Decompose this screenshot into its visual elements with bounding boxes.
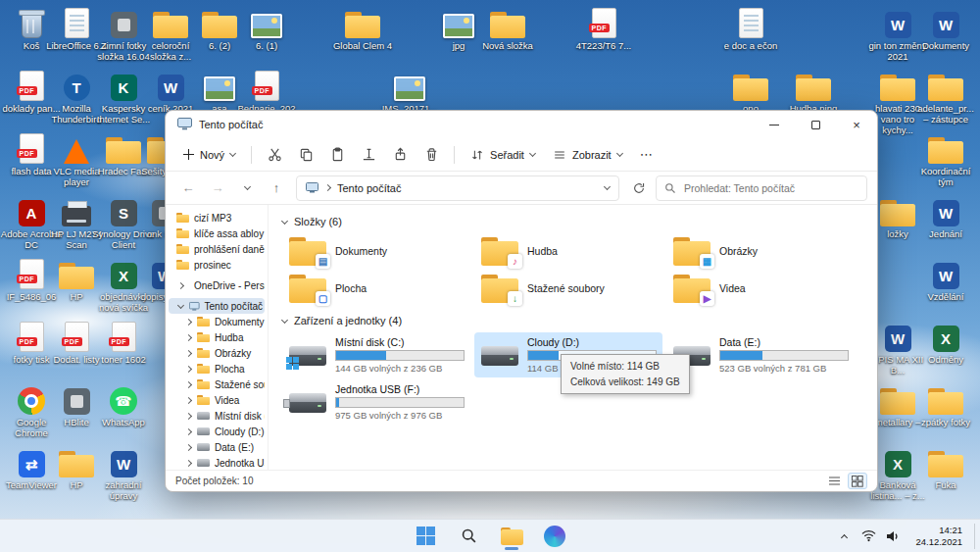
new-button[interactable]: Nový	[175, 144, 243, 166]
network-icon[interactable]	[858, 524, 879, 549]
desktop-icon[interactable]: Koordinační tým	[914, 131, 977, 188]
folder-tile[interactable]: ↓Stažené soubory	[474, 271, 662, 306]
folder-tile[interactable]: ▦Obrázky	[666, 233, 855, 269]
folders-group-header[interactable]: Složky (6)	[282, 213, 863, 230]
sidebar-item[interactable]: Cloudy (D:)	[169, 424, 265, 439]
sidebar-item-quick[interactable]: cizí MP3	[169, 210, 265, 226]
chevron-right-icon[interactable]	[184, 427, 191, 434]
desktop-icon[interactable]: Jednání	[914, 194, 977, 240]
copy-button[interactable]	[291, 142, 320, 168]
rename-button[interactable]	[354, 142, 383, 168]
desktop-icon[interactable]: WhatsApp	[92, 382, 155, 428]
desktop-icon-label: zahradní úpravy	[92, 480, 155, 502]
desktop-icon[interactable]: Fuka	[914, 445, 977, 491]
desktop-icon[interactable]: ono	[719, 69, 782, 115]
drive-tile[interactable]: Data (E:)523 GB volných z 781 GB	[666, 332, 855, 377]
devices-group-header[interactable]: Zařízení a jednotky (4)	[282, 312, 863, 329]
sidebar-item-this-pc[interactable]: Tento počítač	[169, 298, 265, 314]
chevron-right-icon[interactable]	[184, 443, 191, 450]
sidebar-item[interactable]: Hudba	[169, 329, 265, 345]
desktop-icon[interactable]: zahradní úpravy	[92, 445, 155, 502]
details-view-button[interactable]	[824, 473, 844, 489]
sidebar-item[interactable]: Videa	[169, 392, 265, 408]
sidebar-item[interactable]: Jednotka USB (F:)	[169, 455, 265, 470]
desktop-icon[interactable]: Dokumenty	[914, 6, 977, 52]
folder-tile[interactable]: ▤Dokumenty	[282, 233, 470, 269]
paste-button[interactable]	[322, 142, 352, 168]
refresh-button[interactable]	[626, 176, 652, 201]
share-button[interactable]	[385, 142, 415, 168]
folder-tile[interactable]: ▶Videa	[666, 271, 855, 306]
chevron-down-icon[interactable]	[176, 301, 183, 308]
tray-expand-button[interactable]	[833, 524, 855, 549]
up-button[interactable]: ↑	[264, 176, 289, 201]
chevron-right-icon[interactable]	[184, 365, 191, 372]
drive-capacity: 523 GB volných z 781 GB	[719, 363, 848, 374]
desktop-icon[interactable]: Odměny	[914, 320, 977, 366]
desktop-icon[interactable]: Global Clem 4	[331, 6, 394, 52]
maximize-button[interactable]	[795, 111, 836, 138]
word-icon	[92, 445, 155, 477]
desktop-icon[interactable]: Nová složka	[476, 6, 539, 52]
sidebar-item-onedrive[interactable]: OneDrive - Person	[169, 277, 265, 293]
taskbar-clock[interactable]: 14:21 24.12.2021	[906, 525, 971, 548]
recent-locations-button[interactable]	[234, 176, 260, 201]
sidebar-item[interactable]: Dokumenty	[169, 314, 265, 329]
sidebar-item[interactable]: Stažené soubory	[169, 376, 265, 392]
folder-tile[interactable]: ▢Plocha	[282, 271, 470, 306]
desktop-icon[interactable]: toner 1602	[92, 320, 155, 366]
minimize-button[interactable]	[754, 111, 795, 138]
back-button[interactable]: ←	[175, 176, 201, 201]
sidebar-item[interactable]: Obrázky	[169, 345, 265, 361]
sidebar-item-quick[interactable]: prosinec	[169, 257, 265, 273]
sidebar-item-label: Stažené soubory	[215, 379, 265, 390]
sidebar-item[interactable]: Data (E:)	[169, 439, 265, 455]
view-button[interactable]: Zobrazit	[545, 143, 630, 167]
address-bar[interactable]: Tento počítač	[296, 176, 619, 201]
large-icons-view-button[interactable]	[848, 473, 867, 489]
chevron-right-icon[interactable]	[184, 412, 191, 419]
sidebar-item[interactable]: Plocha	[169, 361, 265, 376]
desktop-icon[interactable]: e doc a ečon	[719, 6, 782, 52]
desktop-icon[interactable]: IMS_20171...	[378, 69, 441, 115]
taskbar-search-button[interactable]	[450, 522, 487, 551]
sidebar-item-quick[interactable]: prohlášení daně	[169, 241, 265, 257]
chevron-right-icon[interactable]	[184, 380, 191, 387]
desktop-icon[interactable]: 4T223/T6 7...	[572, 6, 635, 52]
sidebar-item-quick[interactable]: klíče assa abloy	[169, 226, 265, 241]
chevron-right-icon[interactable]	[176, 281, 183, 288]
breadcrumb[interactable]: Tento počítač	[337, 182, 401, 194]
cut-button[interactable]	[260, 142, 289, 168]
more-button[interactable]: ⋯	[632, 145, 661, 164]
taskbar-explorer-button[interactable]	[493, 522, 530, 551]
sort-button[interactable]: Seřadit	[463, 143, 543, 167]
folder-badge-icon: ▶	[700, 291, 714, 306]
drive-tile[interactable]: Místní disk (C:)144 GB volných z 236 GB	[282, 332, 470, 377]
drive-name: Cloudy (D:)	[527, 336, 656, 348]
search-box[interactable]	[656, 176, 867, 201]
chevron-right-icon[interactable]	[184, 333, 191, 340]
volume-icon[interactable]	[882, 524, 904, 549]
search-input[interactable]	[682, 181, 858, 195]
folder-tile[interactable]: ♪Hudba	[474, 233, 662, 269]
chevron-right-icon[interactable]	[184, 318, 191, 325]
forward-button[interactable]: →	[205, 176, 230, 201]
chevron-up-icon	[841, 533, 848, 540]
show-desktop-button[interactable]	[974, 524, 978, 549]
delete-button[interactable]	[416, 142, 446, 168]
window-titlebar[interactable]: Tento počítač ×	[166, 111, 877, 138]
desktop-icon[interactable]: Vzdělání	[914, 257, 977, 303]
chevron-down-icon[interactable]	[604, 183, 611, 190]
desktop-icon[interactable]: Hudba ning	[782, 69, 845, 115]
desktop-icon[interactable]: zpátky fotky	[914, 382, 977, 428]
chevron-right-icon[interactable]	[184, 349, 191, 356]
sidebar-item[interactable]: Místní disk (C:)	[169, 408, 265, 424]
close-button[interactable]: ×	[836, 111, 877, 138]
chevron-right-icon[interactable]	[184, 459, 191, 466]
start-button[interactable]	[407, 522, 444, 551]
desktop-icon[interactable]: 6. (1)	[235, 6, 298, 52]
desktop-icon[interactable]: adelante_pr... – zástupce	[914, 69, 977, 125]
drive-tile[interactable]: Jednotka USB (F:)975 GB volných z 976 GB	[282, 379, 470, 425]
chevron-right-icon[interactable]	[184, 396, 191, 403]
taskbar-edge-button[interactable]	[536, 522, 573, 551]
